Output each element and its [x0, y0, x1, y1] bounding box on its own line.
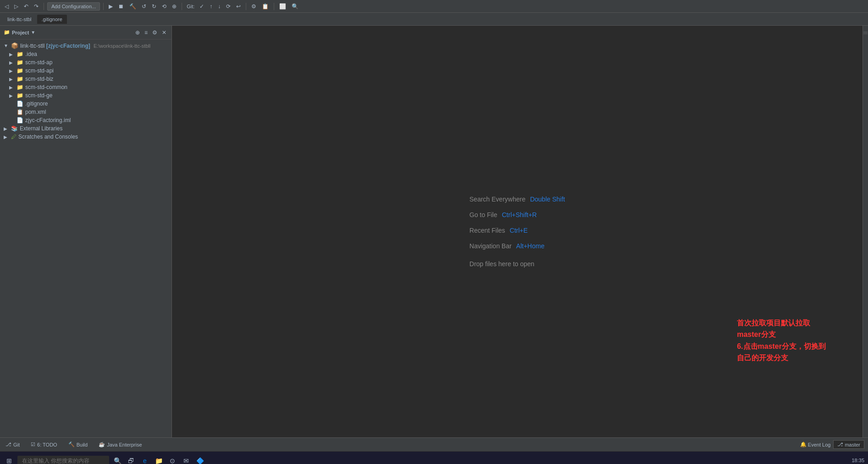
expand-arrow-scm-biz: ▶ [9, 77, 15, 82]
gitignore-icon: 📄 [17, 101, 23, 107]
branch-icon: ⎇ [837, 442, 843, 447]
nav-bar-shortcut: Alt+Home [516, 242, 545, 250]
right-sidebar-strip: ||| [862, 26, 868, 437]
taskbar-folder-icon[interactable]: 📁 [153, 455, 164, 464]
start-button[interactable]: ⊞ [4, 455, 15, 464]
todo-bottom-btn[interactable]: ☑ 6: TODO [29, 441, 59, 448]
bottom-right-area: 🔔 Event Log ⎇ master [800, 440, 864, 449]
terminal-button[interactable]: ⬜ [277, 2, 288, 11]
recent-files-shortcut: Ctrl+E [510, 227, 528, 234]
settings-icon[interactable]: ⚙ [151, 29, 159, 36]
java-icon: ☕ [99, 442, 105, 447]
taskbar-search-input[interactable] [17, 456, 109, 464]
redo-button[interactable]: ↷ [32, 2, 40, 11]
stop-button[interactable]: ⏹ [116, 2, 126, 11]
git-push-button[interactable]: ↑ [208, 2, 214, 11]
java-bottom-label: Java Enterprise [107, 442, 142, 447]
tab-link-ttc-stbl[interactable]: link-ttc-stbl [3, 15, 36, 24]
annotation-line4: 自己的开发分支 [737, 352, 826, 364]
tab-gitignore[interactable]: .gitignore [37, 15, 67, 24]
tree-scm-std-api[interactable]: ▶ 📁 scm-std-api [0, 67, 171, 75]
close-icon[interactable]: ✕ [160, 29, 168, 36]
sync-icon[interactable]: ⊕ [134, 29, 141, 36]
git-check-button[interactable]: ✓ [198, 2, 206, 11]
taskbar-app1-icon[interactable]: 🔷 [194, 455, 205, 464]
commit-button[interactable]: 📋 [260, 2, 271, 11]
event-log-button[interactable]: 🔔 Event Log [800, 442, 831, 447]
expand-arrow-scm-common: ▶ [9, 85, 15, 90]
tree-external-libraries[interactable]: ▶ 📚 External Libraries [0, 124, 171, 133]
separator-3 [182, 3, 182, 10]
main-toolbar: ◁ ▷ ↶ ↷ Add Configuration... ▶ ⏹ 🔨 ↺ ↻ ⟲… [0, 0, 868, 13]
separator-5 [274, 3, 274, 10]
run-button[interactable]: ▶ [107, 2, 115, 11]
taskbar-mail-icon[interactable]: ✉ [181, 455, 192, 464]
build-button[interactable]: 🔨 [127, 2, 138, 11]
tree-scm-biz-label: scm-std-biz [25, 76, 53, 82]
tree-pom-label: pom.xml [25, 109, 46, 115]
event-log-label: Event Log [808, 442, 831, 447]
tree-idea-label: .idea [25, 51, 37, 57]
back-button[interactable]: ◁ [3, 2, 11, 11]
sidebar-title-label: Project [12, 30, 29, 35]
git-bottom-btn[interactable]: ⎇ Git [4, 441, 22, 448]
build-bottom-btn[interactable]: 🔨 Build [66, 441, 89, 448]
rerun-button[interactable]: ↻ [150, 2, 158, 11]
tab-label-gitignore: .gitignore [42, 17, 62, 22]
annotation-line3: 6.点击master分支，切换到 [737, 341, 826, 352]
revert-button[interactable]: ⟲ [160, 2, 168, 11]
undo-button[interactable]: ↶ [22, 2, 30, 11]
tree-scm-std-biz[interactable]: ▶ 📁 scm-std-biz [0, 75, 171, 83]
folder-icon-scm-api: 📁 [17, 67, 23, 74]
taskbar-edge-icon[interactable]: e [139, 455, 150, 464]
bottom-toolbar: ⎇ Git ☑ 6: TODO 🔨 Build ☕ Java Enterpris… [0, 437, 868, 451]
tree-scm-std-ge[interactable]: ▶ 📁 scm-std-ge [0, 91, 171, 100]
tree-scm-api-label: scm-std-api [25, 67, 54, 74]
pom-icon: 📋 [17, 109, 23, 115]
search-everywhere-button[interactable]: 🔍 [290, 2, 300, 11]
annotation-line2: master分支 [737, 329, 826, 341]
tree-iml[interactable]: ▶ 📄 zjyc-cFactoring.iml [0, 116, 171, 124]
tree-scm-ap-label: scm-std-ap [25, 59, 52, 66]
git-pull-button[interactable]: ↓ [216, 2, 222, 11]
event-log-icon: 🔔 [800, 442, 807, 447]
taskbar-task-view[interactable]: 🗗 [126, 455, 137, 464]
git-fetch-button[interactable]: ⟳ [224, 2, 232, 11]
windows-taskbar: ⊞ 🔍 🗗 e 📁 ⊙ ✉ 🔷 18:35 [0, 451, 868, 464]
welcome-panel: Search Everywhere Double Shift Go to Fil… [470, 196, 565, 268]
welcome-recent: Recent Files Ctrl+E [470, 227, 565, 234]
welcome-search: Search Everywhere Double Shift [470, 196, 565, 203]
master-branch-badge[interactable]: ⎇ master [833, 440, 864, 449]
forward-button[interactable]: ▷ [12, 2, 20, 11]
todo-bottom-label: 6: TODO [37, 442, 57, 447]
iml-icon: 📄 [17, 117, 23, 123]
build-icon: 🔨 [68, 442, 75, 447]
collapse-icon[interactable]: ≡ [143, 29, 149, 36]
git-label: Git: [187, 4, 194, 9]
taskbar-chrome-icon[interactable]: ⊙ [167, 455, 178, 464]
tree-scm-std-common[interactable]: ▶ 📁 scm-std-common [0, 83, 171, 91]
tree-gitignore[interactable]: ▶ 📄 .gitignore [0, 100, 171, 108]
rebuild-button[interactable]: ↺ [140, 2, 148, 11]
git-revert-button[interactable]: ↩ [234, 2, 243, 11]
taskbar-search-icon[interactable]: 🔍 [112, 455, 123, 464]
sidebar: 📁 Project ▼ ⊕ ≡ ⚙ ✕ ▼ 📦 link-ttc-stll [z… [0, 26, 172, 437]
tree-pom[interactable]: ▶ 📋 pom.xml [0, 108, 171, 116]
add-configuration-button[interactable]: Add Configuration... [47, 2, 100, 11]
welcome-goto: Go to File Ctrl+Shift+R [470, 211, 565, 218]
expand-arrow-scm-ap: ▶ [9, 60, 15, 65]
apply-button[interactable]: ⊕ [170, 2, 178, 11]
folder-icon-idea: 📁 [17, 51, 23, 57]
tree-scratches-label: Scratches and Consoles [18, 134, 78, 140]
tree-idea[interactable]: ▶ 📁 .idea [0, 50, 171, 58]
settings-button[interactable]: ⚙ [249, 2, 258, 11]
sidebar-header: 📁 Project ▼ ⊕ ≡ ⚙ ✕ [0, 26, 171, 39]
tree-scm-std-ap[interactable]: ▶ 📁 scm-std-ap [0, 58, 171, 67]
tree-gitignore-label: .gitignore [25, 101, 48, 107]
tree-ext-libs-label: External Libraries [20, 125, 62, 132]
java-enterprise-btn[interactable]: ☕ Java Enterprise [97, 441, 144, 448]
libraries-icon: 📚 [11, 125, 18, 132]
chevron-down-icon: ▼ [31, 30, 35, 35]
tree-root-project[interactable]: ▼ 📦 link-ttc-stll [zjyc-cFactoring] E:\w… [0, 41, 171, 50]
tree-scratches[interactable]: ▶ 🖊 Scratches and Consoles [0, 133, 171, 141]
